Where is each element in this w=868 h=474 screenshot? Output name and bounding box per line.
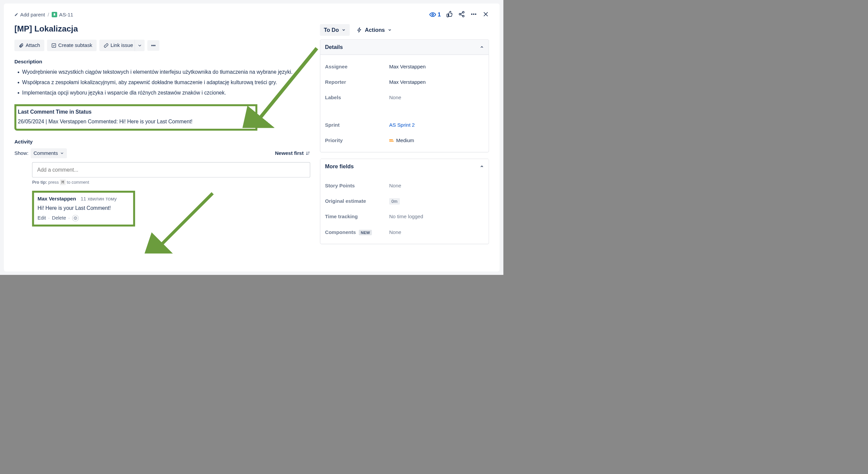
attach-label: Attach	[26, 42, 40, 48]
share-icon	[459, 11, 465, 18]
issue-dialog: Add parent / AS-11 1	[4, 3, 500, 271]
pro-tip: Pro tip: press M to comment	[32, 180, 310, 185]
link-issue-button[interactable]: Link issue	[99, 39, 137, 51]
time-tracking-label: Time tracking	[325, 213, 389, 219]
chevron-up-icon	[479, 45, 484, 49]
show-label: Show:	[14, 150, 29, 156]
more-fields-header[interactable]: More fields	[320, 159, 489, 174]
svg-point-3	[463, 16, 464, 17]
dots-icon	[470, 11, 477, 18]
comment-time: 11 хвилин тому	[81, 196, 117, 202]
react-button[interactable]	[72, 215, 79, 221]
pencil-icon	[14, 13, 19, 17]
original-estimate-label: Original estimate	[325, 198, 389, 204]
add-parent-link[interactable]: Add parent	[14, 12, 45, 18]
components-value[interactable]: None	[389, 229, 484, 235]
link-issue-dropdown[interactable]	[134, 39, 145, 51]
comment-card: Max Verstappen 11 хвилин тому Hi! Here i…	[32, 191, 135, 227]
description-label: Description	[14, 59, 310, 65]
svg-rect-7	[52, 43, 56, 47]
priority-icon	[389, 140, 394, 142]
sort-icon	[306, 151, 310, 155]
activity-label: Activity	[14, 139, 310, 145]
comment-author[interactable]: Max Verstappen	[37, 196, 76, 202]
status-dropdown[interactable]: To Do	[320, 24, 350, 36]
svg-point-8	[152, 45, 153, 46]
sort-button[interactable]: Newest first	[275, 150, 310, 156]
new-badge: NEW	[359, 230, 372, 235]
original-estimate-value[interactable]: 0m	[389, 198, 484, 204]
eye-icon	[429, 11, 436, 18]
activity-filter[interactable]: Comments	[31, 148, 67, 158]
svg-point-6	[475, 13, 476, 15]
more-fields-panel: More fields Story Points None Original e…	[320, 158, 489, 244]
sort-label: Newest first	[275, 150, 303, 156]
svg-point-12	[75, 217, 75, 218]
watch-button[interactable]: 1	[429, 11, 441, 18]
last-comment-text: 26/05/2024 | Max Verstappen Commented: H…	[18, 119, 254, 125]
details-title: Details	[325, 44, 343, 50]
story-icon	[52, 12, 57, 17]
breadcrumb: Add parent / AS-11	[14, 12, 73, 18]
dots-icon	[151, 43, 156, 48]
actions-label: Actions	[365, 27, 385, 33]
issue-title[interactable]: [MP] Lokalizacja	[14, 24, 310, 33]
thumbs-up-icon	[446, 11, 453, 18]
details-header[interactable]: Details	[320, 39, 489, 55]
close-icon	[483, 11, 489, 18]
delete-comment[interactable]: Delete	[52, 215, 66, 221]
reporter-label: Reporter	[325, 79, 389, 85]
svg-point-4	[471, 13, 472, 15]
list-item: Współpraca z zespołami lokalizacyjnymi, …	[22, 79, 310, 87]
labels-label: Labels	[325, 94, 389, 100]
svg-point-1	[463, 11, 464, 13]
labels-value[interactable]: None	[389, 94, 484, 100]
svg-point-2	[459, 13, 461, 15]
close-button[interactable]	[483, 11, 489, 18]
assignee-value[interactable]: Max Verstappen	[389, 63, 484, 69]
details-panel: Details Assignee Max Verstappen Reporter…	[320, 39, 489, 152]
svg-point-11	[74, 216, 77, 219]
more-actions-button[interactable]	[148, 40, 159, 51]
assignee-label: Assignee	[325, 63, 389, 69]
issue-key-link[interactable]: AS-11	[52, 12, 73, 18]
description-body[interactable]: Wyodrębnienie wszystkich ciągów tekstowy…	[14, 68, 310, 97]
comment-input[interactable]	[32, 162, 310, 177]
list-item: Wyodrębnienie wszystkich ciągów tekstowy…	[22, 68, 310, 77]
svg-line-14	[158, 194, 213, 248]
time-tracking-value[interactable]: No time logged	[389, 213, 484, 219]
chevron-down-icon	[388, 28, 392, 32]
create-subtask-button[interactable]: Create subtask	[47, 39, 96, 51]
svg-point-13	[76, 217, 76, 218]
chevron-up-icon	[479, 164, 484, 169]
actions-dropdown[interactable]: Actions	[355, 24, 394, 36]
priority-value[interactable]: Medium	[389, 138, 484, 144]
share-button[interactable]	[459, 11, 465, 18]
reporter-value[interactable]: Max Verstappen	[389, 79, 484, 85]
like-button[interactable]	[446, 11, 453, 18]
add-parent-label: Add parent	[20, 12, 45, 18]
bolt-icon	[356, 27, 362, 32]
status-value: To Do	[324, 27, 339, 33]
link-icon	[103, 43, 108, 48]
sprint-value[interactable]: AS Sprint 2	[389, 122, 484, 128]
chevron-down-icon	[60, 151, 64, 155]
svg-point-0	[432, 14, 434, 16]
issue-key-label: AS-11	[59, 12, 73, 18]
watch-count: 1	[438, 11, 441, 18]
story-points-value[interactable]: None	[389, 182, 484, 188]
smile-icon	[73, 216, 78, 220]
sprint-label: Sprint	[325, 122, 389, 128]
annotation-arrow	[143, 191, 220, 254]
more-fields-title: More fields	[325, 163, 354, 170]
list-item: Implementacja opcji wyboru języka i wspa…	[22, 89, 310, 97]
attach-button[interactable]: Attach	[14, 39, 44, 51]
more-button[interactable]	[470, 11, 477, 18]
priority-label: Priority	[325, 138, 389, 144]
comment-body: Hi! Here is your Last Comment!	[37, 205, 130, 211]
svg-point-10	[155, 45, 155, 46]
link-issue-label: Link issue	[111, 42, 133, 48]
svg-point-5	[473, 13, 474, 15]
edit-comment[interactable]: Edit	[37, 215, 46, 221]
last-comment-field: Last Comment Time in Status 26/05/2024 |…	[14, 104, 257, 131]
